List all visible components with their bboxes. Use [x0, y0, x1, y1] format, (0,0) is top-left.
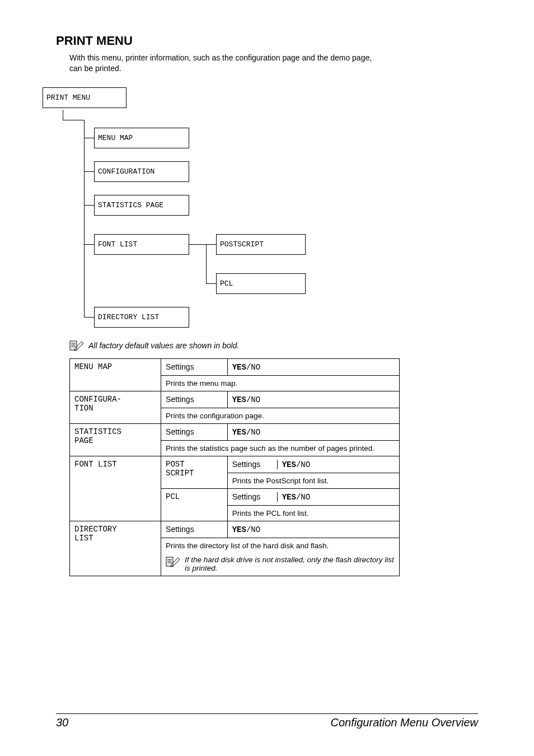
- setting-value: YES/NO: [277, 460, 395, 469]
- row-note: If the hard disk drive is not installed,…: [166, 556, 395, 572]
- setting-value: YES/NO: [227, 391, 399, 408]
- menu-tree: PRINT MENU MENU MAP CONFIGURATION STATIS…: [43, 87, 378, 328]
- setting-value: YES/NO: [227, 423, 399, 440]
- page-number: 30: [56, 716, 68, 729]
- subrow-name: POST SCRIPT: [161, 456, 228, 488]
- tree-item: FONT LIST: [94, 234, 189, 255]
- svg-rect-4: [166, 557, 173, 566]
- settings-table: MENU MAP Settings YES/NO Prints the menu…: [69, 358, 400, 576]
- row-desc: Prints the statistics page such as the n…: [161, 440, 400, 456]
- tree-subitem: PCL: [216, 273, 306, 294]
- note-icon: [166, 556, 180, 568]
- tree-root: PRINT MENU: [43, 87, 127, 108]
- setting-value: YES/NO: [227, 358, 399, 375]
- footer-title: Configuration Menu Overview: [331, 716, 478, 729]
- tree-item: MENU MAP: [94, 128, 189, 148]
- note-icon: [69, 339, 84, 352]
- row-desc: Prints the directory list of the hard di…: [166, 542, 395, 550]
- factory-note-text: All factory default values are shown in …: [88, 341, 239, 350]
- settings-label: Settings: [232, 492, 277, 502]
- settings-label: Settings: [161, 521, 228, 538]
- tree-item: STATISTICS PAGE: [94, 195, 189, 216]
- factory-note: All factory default values are shown in …: [69, 339, 478, 352]
- intro-text: With this menu, printer information, suc…: [69, 53, 383, 74]
- row-name: FONT LIST: [70, 456, 161, 521]
- section-title: PRINT MENU: [56, 34, 478, 48]
- svg-rect-0: [70, 341, 77, 350]
- tree-item: CONFIGURATION: [94, 161, 189, 182]
- settings-label: Settings: [161, 358, 228, 375]
- settings-label: Settings: [232, 460, 277, 469]
- subrow-name: PCL: [161, 488, 228, 521]
- row-desc: Prints the configuration page.: [161, 408, 400, 423]
- row-name: CONFIGURA- TION: [70, 391, 161, 423]
- row-desc: Prints the PostScript font list.: [227, 473, 399, 488]
- row-name: MENU MAP: [70, 358, 161, 391]
- settings-label: Settings: [161, 423, 228, 440]
- row-name: DIRECTORY LIST: [70, 521, 161, 576]
- setting-value: YES/NO: [227, 521, 399, 538]
- setting-value: YES/NO: [277, 492, 395, 502]
- tree-subitem: POSTSCRIPT: [216, 234, 306, 255]
- row-desc: Prints the PCL font list.: [227, 505, 399, 521]
- tree-item: DIRECTORY LIST: [94, 307, 189, 328]
- row-name: STATISTICS PAGE: [70, 423, 161, 456]
- settings-label: Settings: [161, 391, 228, 408]
- row-desc: Prints the menu map.: [161, 375, 400, 391]
